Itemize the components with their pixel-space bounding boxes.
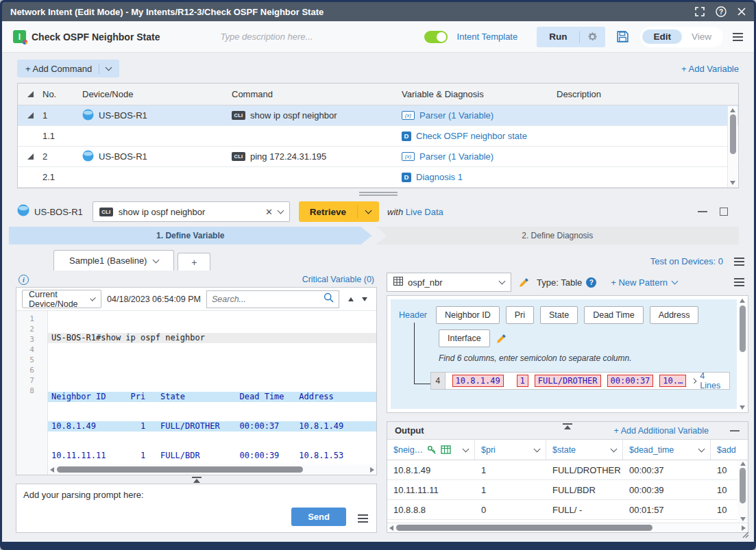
parser-menu-icon[interactable] (734, 278, 744, 286)
scrollbar-thumb[interactable] (740, 468, 746, 503)
column-chip[interactable]: Dead Time (584, 306, 643, 324)
search-icon[interactable] (324, 292, 334, 305)
minimize-output-icon[interactable] (730, 430, 740, 432)
add-additional-variable-link[interactable]: + Add Additional Variable (614, 426, 709, 436)
add-sample-tab[interactable]: + (178, 253, 210, 271)
row-expander-icon[interactable] (18, 112, 42, 118)
tabs-menu-icon[interactable] (734, 258, 744, 266)
matched-value[interactable]: 10.8.1.49 (452, 375, 504, 387)
edit-header-pencil-icon[interactable] (496, 334, 507, 344)
parsing-prompt-box[interactable]: Add your parsing prompt here: Send (16, 484, 377, 533)
column-chevron-icon[interactable] (698, 445, 705, 452)
step-define-diagnosis[interactable]: 2. Define Diagnosis (376, 227, 740, 245)
live-data-link[interactable]: Live Data (406, 207, 443, 217)
fullscreen-icon[interactable] (695, 7, 705, 16)
column-chip[interactable]: Pri (506, 306, 534, 324)
save-icon[interactable] (616, 30, 629, 43)
type-help-icon[interactable]: ? (586, 277, 596, 288)
output-row[interactable]: 10.8.1.491 FULL/DROTHER00:00:37 10 (387, 460, 748, 480)
table-row[interactable]: 1.1 DCheck OSPF neighbor state (18, 126, 738, 147)
matched-value[interactable]: 1 (517, 375, 528, 387)
run-button[interactable]: Run (537, 32, 579, 42)
column-chevron-icon[interactable] (534, 445, 541, 452)
table-row[interactable]: 2.1 DDiagnosis 1 (18, 167, 738, 188)
column-chip[interactable]: Interface (439, 329, 490, 347)
new-pattern-chevron-icon[interactable] (672, 278, 679, 285)
collapse-all-icon[interactable] (18, 91, 42, 97)
scroll-left-icon[interactable] (50, 467, 54, 473)
table-variable-icon[interactable] (441, 445, 451, 454)
header-menu-icon[interactable] (733, 33, 743, 41)
scrollbar-thumb[interactable] (57, 466, 303, 473)
find-next-icon[interactable] (362, 297, 367, 301)
output-row[interactable]: 10.11.11.111 FULL/BDR00:00:39 10 (387, 480, 748, 500)
output-row[interactable]: 10.8.8.80 FULL/ -00:01:57 10 (387, 500, 748, 520)
help-icon[interactable]: ? (716, 6, 727, 17)
column-chevron-icon[interactable] (463, 445, 470, 452)
row-expander-icon[interactable] (18, 153, 42, 160)
scroll-down-icon[interactable] (740, 405, 745, 410)
send-button[interactable]: Send (291, 508, 346, 526)
command-table-scrollbar[interactable] (727, 106, 737, 187)
close-icon[interactable] (737, 8, 746, 16)
add-variable-link[interactable]: + Add Variable (681, 64, 739, 74)
scrollbar-thumb[interactable] (740, 305, 746, 352)
command-select-chevron-icon[interactable] (277, 208, 284, 214)
run-settings-gear-icon[interactable] (580, 32, 605, 42)
cli-output-editor[interactable]: 1 2 3 4 5 6 7 8 US-BOS-R1#show ip ospf n… (16, 311, 376, 464)
collapse-handle[interactable] (563, 423, 572, 429)
variable-select-chevron-icon[interactable] (499, 278, 506, 285)
maximize-pane-icon[interactable] (720, 208, 728, 216)
scroll-down-icon[interactable] (730, 181, 735, 185)
test-on-devices-link[interactable]: Test on Devices: 0 (650, 256, 723, 266)
tab-sample1-baseline[interactable]: Sample1 (Baseline) (53, 250, 174, 271)
more-lines-link[interactable]: 4 Lines (692, 371, 722, 390)
matched-value[interactable]: FULL/DROTHER (535, 375, 601, 387)
edit-variable-pencil-icon[interactable] (519, 277, 529, 288)
add-command-button[interactable]: + Add Command (17, 60, 119, 77)
table-row[interactable]: 2 US-BOS-R1 CLIping 172.24.31.195 (x)Par… (18, 147, 738, 167)
pattern-scrollbar[interactable] (737, 296, 748, 412)
matched-value[interactable]: 10.… (659, 375, 686, 387)
scrollbar-thumb[interactable] (730, 114, 736, 154)
output-vertical-scrollbar[interactable] (737, 460, 748, 523)
device-node-select[interactable]: Current Device/Node (22, 290, 101, 308)
retrieve-dropdown-icon[interactable] (358, 201, 379, 222)
device-node-chevron-icon[interactable] (90, 295, 96, 301)
view-mode-button[interactable]: View (682, 29, 721, 44)
scroll-up-icon[interactable] (730, 108, 735, 112)
scroll-left-icon[interactable] (389, 525, 393, 531)
description-input[interactable]: Type description here... (220, 32, 313, 42)
diagnosis-link[interactable]: Diagnosis 1 (416, 172, 463, 182)
critical-variable-link[interactable]: Critical Variable (0) (302, 275, 374, 284)
prompt-menu-icon[interactable] (358, 514, 368, 523)
find-previous-icon[interactable] (348, 297, 354, 301)
key-icon[interactable] (427, 445, 437, 455)
command-select[interactable]: CLI show ip ospf neighbor ✕ (93, 201, 290, 222)
editor-horizontal-scrollbar[interactable] (48, 464, 376, 475)
info-icon[interactable]: i (19, 275, 29, 285)
table-row[interactable]: 1 US-BOS-R1 CLIshow ip ospf neighbor (x)… (18, 105, 738, 126)
parser-link[interactable]: Parser (1 Variable) (419, 110, 493, 121)
scroll-up-icon[interactable] (740, 462, 746, 466)
column-chip[interactable]: Address (650, 306, 699, 324)
search-input[interactable] (212, 295, 324, 304)
minimize-pane-icon[interactable] (698, 211, 707, 212)
tab-chevron-icon[interactable] (153, 256, 160, 263)
resize-grip[interactable] (741, 529, 749, 541)
column-chip[interactable]: State (540, 306, 578, 324)
scrollbar-thumb[interactable] (396, 525, 653, 531)
retrieve-button[interactable]: Retrieve (299, 201, 357, 222)
add-command-chevron-icon[interactable] (106, 64, 112, 71)
variable-select[interactable]: ospf_nbr (387, 273, 511, 292)
output-horizontal-scrollbar[interactable] (387, 523, 748, 532)
diagnosis-link[interactable]: Check OSPF neighbor state (416, 131, 527, 141)
new-pattern-link[interactable]: + New Pattern (611, 277, 668, 288)
column-chip[interactable]: Neighbor ID (436, 306, 500, 324)
edit-mode-button[interactable]: Edit (642, 29, 682, 44)
step-define-variable[interactable]: 1. Define Variable (9, 227, 372, 245)
parser-link[interactable]: Parser (1 Variable) (419, 151, 493, 162)
scroll-down-icon[interactable] (740, 517, 746, 521)
clear-command-icon[interactable]: ✕ (265, 208, 273, 216)
matched-value[interactable]: 00:00:37 (607, 375, 654, 387)
